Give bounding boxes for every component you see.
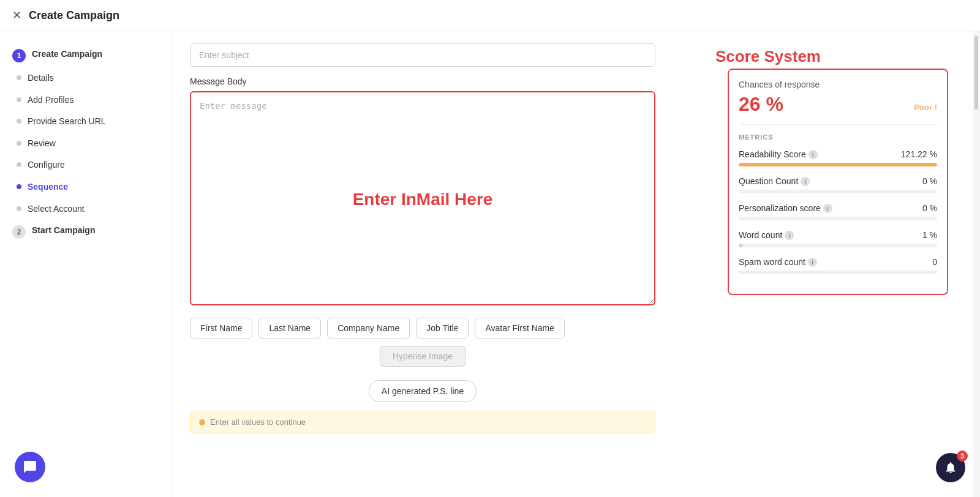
metric-name-question: Question Count i (739, 176, 810, 186)
sidebar-label-review: Review (28, 138, 56, 150)
token-btn-company-name[interactable]: Company Name (327, 318, 410, 338)
token-btn-avatar-first-name[interactable]: Avatar First Name (475, 318, 565, 338)
token-row: First Name Last Name Company Name Job Ti… (190, 318, 655, 338)
main-layout: 1 Create Campaign Details Add Profiles P… (0, 31, 980, 497)
metric-bar-bg-personalization (739, 217, 937, 220)
metric-name-readability: Readability Score i (739, 149, 818, 159)
token-btn-job-title[interactable]: Job Title (416, 318, 469, 338)
scrollbar[interactable] (973, 31, 980, 497)
warning-bar: Enter all values to continue (190, 411, 655, 433)
sidebar-item-configure[interactable]: Configure (0, 154, 171, 176)
sidebar-dot-details (17, 75, 21, 80)
chat-icon (23, 460, 37, 474)
message-textarea[interactable] (190, 91, 655, 305)
sidebar-label-select-account: Select Account (28, 203, 85, 215)
sidebar-item-review[interactable]: Review (0, 133, 171, 155)
metric-bar-bg-spam (739, 271, 937, 274)
sidebar-label-create-campaign: Create Campaign (32, 48, 102, 61)
message-body-wrapper: Enter InMail Here (190, 91, 655, 308)
sidebar-dot-add-profiles (17, 97, 21, 102)
metric-info-question: i (801, 177, 810, 186)
ai-ps-button[interactable]: AI generated P.S. line (369, 380, 477, 402)
hyperise-image-button[interactable]: Hyperise Image (380, 346, 466, 367)
score-panel: Chances of response 26 % Poor ! METRICS … (728, 69, 948, 295)
metric-value-personalization: 0 % (922, 203, 937, 213)
metric-name-wordcount: Word count i (739, 230, 794, 240)
scroll-thumb (974, 36, 978, 110)
metric-value-wordcount: 1 % (922, 230, 937, 240)
header: ✕ Create Campaign (0, 0, 980, 31)
content-area: Message Body Enter InMail Here First Nam… (172, 31, 715, 497)
metric-row-wordcount: Word count i 1 % (739, 230, 937, 247)
divider (739, 124, 937, 125)
sidebar-item-start-campaign[interactable]: 2 Start Campaign (0, 220, 171, 244)
metric-bar-bg-question (739, 190, 937, 193)
chances-badge: Poor ! (914, 103, 937, 112)
metric-row-personalization: Personalization score i 0 % (739, 203, 937, 220)
bell-icon (944, 461, 957, 474)
metric-name-personalization: Personalization score i (739, 203, 832, 213)
sidebar-dot-provide-search-url (17, 119, 21, 124)
warning-dot-icon (199, 419, 205, 425)
sidebar-label-sequence: Sequence (28, 181, 68, 193)
metric-bar-fill-readability (739, 163, 937, 166)
sidebar-label-provide-search-url: Provide Search URL (28, 116, 106, 128)
metric-bar-bg-readability (739, 163, 937, 166)
sidebar: 1 Create Campaign Details Add Profiles P… (0, 31, 172, 497)
metric-info-readability: i (809, 150, 818, 159)
metric-value-question: 0 % (922, 176, 937, 186)
sidebar-label-details: Details (28, 72, 54, 84)
metric-info-spam: i (808, 258, 817, 267)
sidebar-item-provide-search-url[interactable]: Provide Search URL (0, 111, 171, 133)
token-btn-last-name[interactable]: Last Name (258, 318, 321, 338)
step-badge-1: 1 (12, 49, 26, 62)
notification-button[interactable]: 3 (936, 453, 965, 482)
subject-input[interactable] (190, 43, 655, 67)
warning-text: Enter all values to continue (210, 417, 306, 427)
message-body-label: Message Body (190, 77, 697, 86)
sidebar-item-sequence[interactable]: Sequence (0, 176, 171, 198)
step-badge-2: 2 (12, 225, 26, 239)
sidebar-dot-sequence (17, 184, 21, 189)
metric-value-readability: 121.22 % (901, 149, 937, 159)
notification-badge: 3 (957, 450, 968, 461)
sidebar-dot-review (17, 141, 21, 146)
metric-row-question: Question Count i 0 % (739, 176, 937, 193)
sidebar-dot-configure (17, 162, 21, 167)
metric-info-personalization: i (823, 204, 832, 213)
chances-value: 26 % (739, 93, 783, 116)
sidebar-item-create-campaign[interactable]: 1 Create Campaign (0, 43, 171, 67)
page-title: Create Campaign (29, 9, 119, 22)
token-btn-first-name[interactable]: First Name (190, 318, 252, 338)
right-wrapper: Score System Chances of response 26 % Po… (715, 31, 973, 497)
sidebar-item-add-profiles[interactable]: Add Profiles (0, 89, 171, 111)
metric-bar-bg-wordcount (739, 244, 937, 247)
chat-button[interactable] (15, 452, 45, 482)
score-panel-body: Chances of response 26 % Poor ! METRICS … (729, 70, 947, 294)
close-icon[interactable]: ✕ (12, 9, 21, 22)
chances-label: Chances of response (739, 80, 937, 89)
metric-bar-fill-wordcount (739, 244, 742, 247)
score-system-title: Score System (715, 41, 960, 69)
metrics-label: METRICS (739, 133, 937, 141)
sidebar-dot-select-account (17, 206, 21, 211)
metric-name-spam: Spam word count i (739, 257, 817, 267)
metric-info-wordcount: i (785, 231, 794, 240)
sidebar-label-start-campaign: Start Campaign (32, 225, 95, 237)
metric-value-spam: 0 (932, 257, 937, 267)
sidebar-label-configure: Configure (28, 159, 65, 171)
sidebar-label-add-profiles: Add Profiles (28, 94, 74, 106)
metric-row-spam: Spam word count i 0 (739, 257, 937, 274)
metric-row-readability: Readability Score i 121.22 % (739, 149, 937, 166)
sidebar-item-details[interactable]: Details (0, 67, 171, 89)
sidebar-item-select-account[interactable]: Select Account (0, 198, 171, 220)
